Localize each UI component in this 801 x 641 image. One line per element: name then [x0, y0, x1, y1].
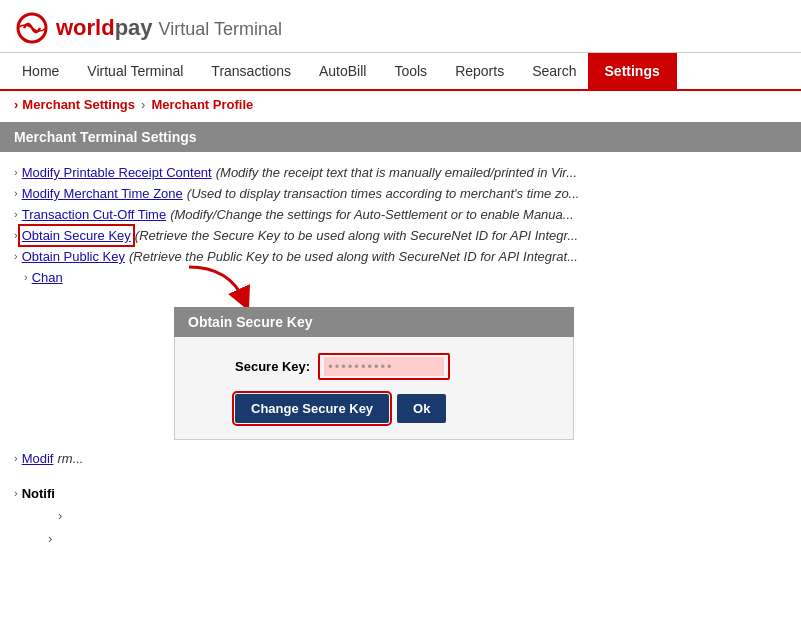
bullet-arrow-icon: ›: [14, 250, 18, 262]
modif-link[interactable]: Modif: [22, 451, 54, 466]
vt-label: Virtual Terminal: [159, 19, 282, 39]
logo-gray: pay: [115, 15, 153, 40]
notif-item: › Notifi: [14, 483, 787, 504]
modify-timezone-link[interactable]: Modify Merchant Time Zone: [22, 186, 183, 201]
chevron-right-icon: ›: [14, 97, 18, 112]
sub-section: ›: [14, 504, 787, 527]
bullet-arrow-icon: ›: [14, 452, 18, 464]
nav-settings[interactable]: Settings: [591, 53, 674, 89]
breadcrumb-merchant-profile[interactable]: Merchant Profile: [151, 97, 253, 112]
nav-reports[interactable]: Reports: [441, 53, 518, 89]
bottom-sub-section: ›: [14, 527, 787, 550]
list-item: › Chan: [24, 267, 63, 288]
notif-label: Notifi: [22, 486, 55, 501]
list-item: › Obtain Public Key (Retrieve the Public…: [14, 246, 787, 267]
popup-buttons: Change Secure Key Ok: [235, 394, 553, 423]
transaction-cutoff-desc: (Modify/Change the settings for Auto-Set…: [170, 207, 573, 222]
list-item: ›: [38, 508, 773, 523]
bullet-arrow-icon: ›: [14, 229, 18, 241]
nav-home[interactable]: Home: [8, 53, 73, 89]
chevron-right-icon: ›: [48, 531, 52, 546]
chevron-right-icon: ›: [58, 508, 62, 523]
logo-wordmark: worldpayVirtual Terminal: [56, 15, 282, 41]
bullet-arrow-icon: ›: [14, 487, 18, 499]
list-item: › Obtain Secure Key (Retrieve the Secure…: [14, 225, 787, 246]
bullet-arrow-icon: ›: [24, 271, 28, 283]
nav-search[interactable]: Search: [518, 53, 590, 89]
modify-timezone-desc: (Used to display transaction times accor…: [187, 186, 580, 201]
list-item: › Transaction Cut-Off Time (Modify/Chang…: [14, 204, 787, 225]
obtain-secure-key-popup: Obtain Secure Key Secure Key: Change Sec…: [174, 307, 574, 440]
red-arrow-icon: [179, 262, 259, 312]
header: worldpayVirtual Terminal: [0, 0, 801, 53]
notif-section: › Notifi › ›: [0, 479, 801, 554]
arrow-indicator: › Chan: [24, 267, 787, 297]
popup-title: Obtain Secure Key: [188, 314, 313, 330]
nav-virtual-terminal[interactable]: Virtual Terminal: [73, 53, 197, 89]
list-item: › Modify Merchant Time Zone (Used to dis…: [14, 183, 787, 204]
list-item: › Modify Printable Receipt Content (Modi…: [14, 162, 787, 183]
breadcrumb-separator: ›: [141, 97, 145, 112]
menu-content: › Modify Printable Receipt Content (Modi…: [0, 152, 801, 479]
popup-header: Obtain Secure Key: [174, 307, 574, 337]
nav-autobill[interactable]: AutoBill: [305, 53, 380, 89]
breadcrumb: › Merchant Settings › Merchant Profile: [0, 91, 801, 118]
modify-receipt-desc: (Modify the receipt text that is manuall…: [216, 165, 577, 180]
worldpay-logo-icon: [16, 12, 48, 44]
nav-bar: Home Virtual Terminal Transactions AutoB…: [0, 53, 801, 91]
modif-desc: rm...: [57, 451, 83, 466]
change-secure-key-button[interactable]: Change Secure Key: [235, 394, 389, 423]
breadcrumb-merchant-settings[interactable]: Merchant Settings: [22, 97, 135, 112]
obtain-secure-key-link[interactable]: Obtain Secure Key: [22, 228, 131, 243]
obtain-secure-key-desc: (Retrieve the Secure Key to be used alon…: [135, 228, 578, 243]
bullet-arrow-icon: ›: [14, 166, 18, 178]
modify-receipt-link[interactable]: Modify Printable Receipt Content: [22, 165, 212, 180]
obtain-public-key-link[interactable]: Obtain Public Key: [22, 249, 125, 264]
transaction-cutoff-link[interactable]: Transaction Cut-Off Time: [22, 207, 167, 222]
ok-button[interactable]: Ok: [397, 394, 446, 423]
popup-body: Secure Key: Change Secure Key Ok: [174, 337, 574, 440]
bullet-arrow-icon: ›: [14, 208, 18, 220]
bullet-arrow-icon: ›: [14, 187, 18, 199]
secure-key-input-wrap: [318, 353, 450, 380]
chan-link[interactable]: Chan: [32, 270, 63, 285]
list-item: › Modif rm...: [14, 448, 787, 469]
nav-transactions[interactable]: Transactions: [197, 53, 305, 89]
section-header: Merchant Terminal Settings: [0, 122, 801, 152]
list-item: ›: [28, 531, 773, 546]
secure-key-input[interactable]: [324, 357, 444, 376]
nav-tools[interactable]: Tools: [380, 53, 441, 89]
secure-key-label: Secure Key:: [235, 359, 310, 374]
logo-red: world: [56, 15, 115, 40]
secure-key-row: Secure Key:: [235, 353, 553, 380]
